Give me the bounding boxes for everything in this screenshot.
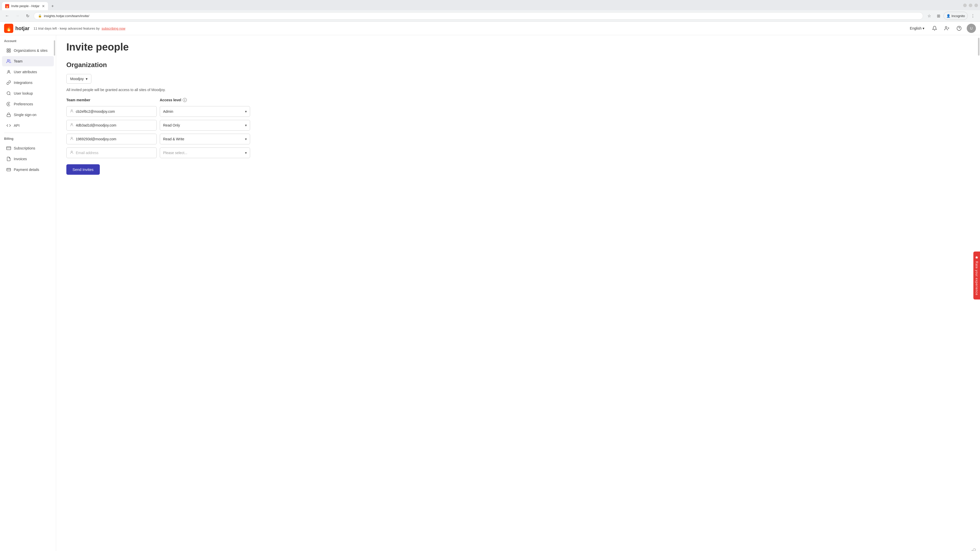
url-text: insights.hotjar.com/team/invite/: [44, 14, 919, 18]
org-selector[interactable]: Moodjoy ▾: [66, 74, 91, 84]
active-tab[interactable]: 🔥 Invite people - Hotjar ✕: [2, 2, 48, 10]
browser-chrome: 🔥 Invite people - Hotjar ✕ + ← → ↻ 🔒 ins…: [0, 0, 980, 22]
svg-line-14: [10, 94, 10, 95]
link-icon: [971, 548, 976, 551]
email-field-2[interactable]: [76, 123, 153, 127]
sidebar-item-api[interactable]: API: [2, 121, 54, 130]
address-bar[interactable]: 🔒 insights.hotjar.com/team/invite/: [34, 12, 923, 20]
user-icon-2: [70, 123, 74, 128]
access-select-4[interactable]: Please select... ▾: [160, 148, 250, 158]
payment-details-label: Payment details: [14, 168, 39, 171]
access-value-3: Read & Write: [163, 137, 184, 141]
sidebar-item-user-attributes[interactable]: User attributes: [2, 67, 54, 77]
sidebar: Account Organizations & sites Team User …: [0, 35, 56, 551]
sso-icon: [6, 112, 11, 118]
email-input-4[interactable]: [66, 148, 157, 158]
close-tab-button[interactable]: ✕: [42, 4, 45, 8]
svg-rect-10: [7, 51, 8, 52]
bookmark-button[interactable]: ☆: [925, 12, 933, 20]
hotjar-logo[interactable]: 🔥 hotjar: [4, 24, 30, 33]
bell-icon: [932, 26, 937, 31]
integrations-label: Integrations: [14, 81, 32, 85]
incognito-profile[interactable]: 👤 Incognito: [943, 12, 968, 20]
sso-label: Single sign-on: [14, 113, 37, 117]
email-field-4[interactable]: [76, 151, 153, 155]
chevron-down-icon-4: ▾: [245, 151, 247, 155]
new-tab-button[interactable]: +: [49, 3, 56, 10]
back-button[interactable]: ←: [3, 12, 11, 20]
forward-button[interactable]: →: [13, 12, 21, 20]
email-field-3[interactable]: [76, 137, 153, 141]
sidebar-item-single-sign-on[interactable]: Single sign-on: [2, 110, 54, 120]
send-invites-button[interactable]: Send Invites: [66, 164, 100, 175]
team-label: Team: [14, 59, 22, 63]
sidebar-scrollbar[interactable]: [54, 40, 55, 56]
subscriptions-label: Subscriptions: [14, 146, 35, 150]
access-value-4: Please select...: [163, 151, 187, 155]
access-value-1: Admin: [163, 110, 173, 114]
access-info-icon[interactable]: i: [183, 98, 187, 102]
preferences-label: Preferences: [14, 102, 33, 106]
refresh-button[interactable]: ↻: [24, 12, 32, 20]
sidebar-item-integrations[interactable]: Integrations: [2, 78, 54, 88]
org-value: Moodjoy: [70, 77, 84, 81]
trial-text: 11 trial days left - keep advanced featu…: [34, 27, 100, 30]
sidebar-item-preferences[interactable]: Preferences: [2, 99, 54, 109]
sidebar-item-organizations-sites[interactable]: Organizations & sites: [2, 45, 54, 56]
email-input-1[interactable]: [66, 106, 157, 117]
integrations-icon: [6, 80, 11, 85]
maximize-button[interactable]: [969, 3, 972, 7]
tab-title: Invite people - Hotjar: [11, 4, 40, 8]
menu-button[interactable]: ⋮: [969, 12, 977, 20]
organizations-icon: [6, 48, 11, 53]
rate-experience-sidebar[interactable]: Rate your experience: [974, 251, 980, 300]
svg-marker-25: [975, 256, 978, 259]
help-icon: [956, 26, 962, 31]
logo-area: 🔥 hotjar: [4, 24, 30, 33]
help-button[interactable]: [955, 24, 964, 33]
access-header-text: Access level: [160, 98, 181, 102]
account-section-label: Account: [0, 35, 56, 45]
main-scrollbar[interactable]: [978, 38, 980, 56]
avatar[interactable]: U: [967, 24, 976, 33]
logo-text: hotjar: [15, 25, 30, 32]
sidebar-item-payment-details[interactable]: Payment details: [2, 165, 54, 175]
language-selector[interactable]: English ▾: [907, 25, 927, 32]
sidebar-item-team[interactable]: Team: [2, 56, 54, 66]
svg-rect-8: [9, 49, 11, 50]
info-text: All invited people will be granted acces…: [66, 88, 970, 92]
sidebar-item-user-lookup[interactable]: User lookup: [2, 88, 54, 98]
organizations-label: Organizations & sites: [14, 48, 48, 52]
sidebar-item-invoices[interactable]: Invoices: [2, 154, 54, 164]
api-label: API: [14, 124, 20, 127]
subscribe-link[interactable]: subscribing now: [102, 27, 125, 30]
email-input-2[interactable]: [66, 120, 157, 130]
email-input-3[interactable]: [66, 134, 157, 144]
user-lookup-icon: [6, 91, 11, 96]
extensions-button[interactable]: ⊞: [934, 12, 942, 20]
add-user-button[interactable]: [942, 24, 951, 33]
access-select-2[interactable]: Read Only ▾: [160, 120, 250, 130]
svg-point-15: [8, 103, 10, 105]
access-select-3[interactable]: Read & Write ▾: [160, 134, 250, 144]
sidebar-item-subscriptions[interactable]: Subscriptions: [2, 143, 54, 153]
email-field-1[interactable]: [76, 110, 153, 114]
chevron-down-icon-2: ▾: [245, 123, 247, 127]
notifications-button[interactable]: [930, 24, 939, 33]
app-header: 🔥 hotjar 11 trial days left - keep advan…: [0, 22, 980, 35]
svg-point-21: [71, 110, 72, 111]
tab-favicon: 🔥: [5, 4, 9, 8]
trial-banner: 11 trial days left - keep advanced featu…: [34, 27, 907, 30]
svg-rect-19: [7, 168, 11, 171]
svg-rect-17: [6, 147, 11, 150]
link-icon-corner[interactable]: [971, 548, 976, 551]
close-button[interactable]: [974, 3, 978, 7]
svg-text:🔥: 🔥: [6, 25, 12, 32]
star-icon: [975, 256, 978, 259]
minimize-button[interactable]: [963, 3, 967, 7]
access-select-1[interactable]: Admin ▾: [160, 106, 250, 117]
svg-rect-16: [7, 114, 11, 117]
chevron-down-icon-1: ▾: [245, 110, 247, 114]
svg-rect-7: [7, 49, 8, 50]
access-value-2: Read Only: [163, 123, 180, 127]
